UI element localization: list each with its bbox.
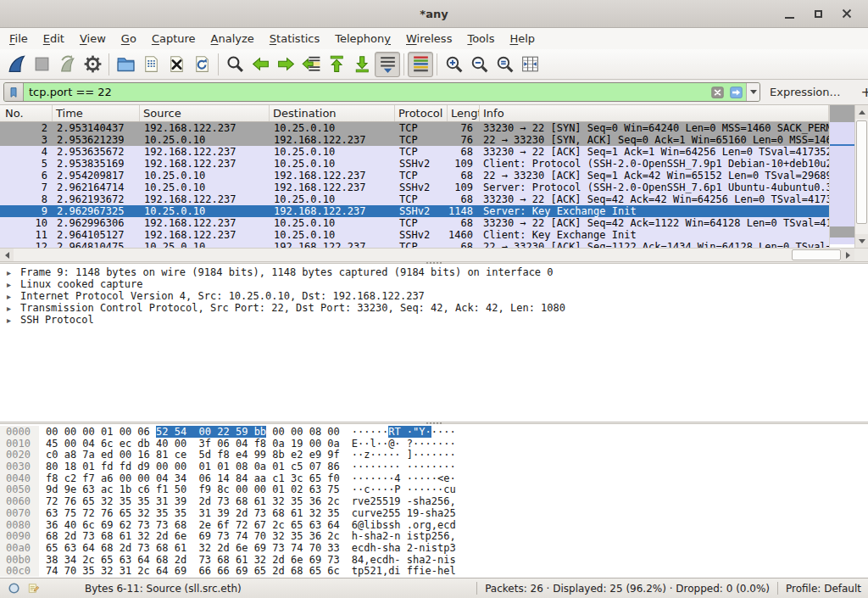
restart-capture-button[interactable] (54, 52, 80, 77)
colorize-button[interactable] (408, 52, 433, 77)
hex-row-0020[interactable]: 0020c0 a8 7a ed 00 16 81 ce 5d f8 e4 99 … (0, 449, 868, 461)
menu-help[interactable]: Help (502, 30, 542, 48)
scroll-up-button[interactable] (855, 105, 868, 119)
close-button[interactable] (832, 3, 861, 24)
expander-arrow-icon[interactable]: ▸ (7, 280, 20, 289)
auto-scroll-button[interactable] (375, 52, 400, 77)
open-file-button[interactable] (113, 52, 138, 77)
expander-arrow-icon[interactable]: ▸ (7, 316, 20, 325)
find-packet-button[interactable] (222, 52, 248, 77)
packet-row-4[interactable]: 42.953635672192.168.122.23710.25.0.10TCP… (0, 146, 829, 158)
packet-row-5[interactable]: 52.953835169192.168.122.23710.25.0.10SSH… (0, 158, 829, 170)
hex-row-00a0[interactable]: 00a065 63 64 68 2d 73 68 61 32 2d 6e 69 … (0, 542, 868, 554)
close-file-button[interactable] (164, 52, 189, 77)
menu-analyze[interactable]: Analyze (203, 30, 262, 48)
scroll-right-icon (846, 252, 850, 259)
menu-statistics[interactable]: Statistics (262, 30, 327, 48)
scroll-left-button[interactable] (0, 249, 14, 262)
hex-row-0000[interactable]: 000000 00 00 01 00 06 52 54 00 22 59 bb … (0, 426, 868, 438)
capture-options-button[interactable] (80, 52, 105, 77)
menu-go[interactable]: Go (114, 30, 144, 48)
vertical-scrollbar[interactable] (854, 105, 868, 248)
expander-arrow-icon[interactable]: ▸ (7, 304, 20, 313)
maximize-button[interactable] (804, 3, 832, 24)
column-header-length[interactable]: Length (448, 105, 480, 121)
menu-file[interactable]: File (2, 30, 36, 48)
packet-row-12[interactable]: 122.96481047510.25.0.10192.168.122.237TC… (0, 241, 829, 248)
column-header-source[interactable]: Source (140, 105, 270, 121)
packet-row-3[interactable]: 32.95362123910.25.0.10192.168.122.237TCP… (0, 134, 829, 146)
menu-edit[interactable]: Edit (36, 30, 72, 48)
menu-capture[interactable]: Capture (144, 30, 203, 48)
expression-button[interactable]: Expression… (770, 86, 841, 98)
hex-row-00c0[interactable]: 00c074 70 35 32 31 2c 64 69 66 66 69 65 … (0, 565, 868, 577)
packet-row-6[interactable]: 62.95420981710.25.0.10192.168.122.237TCP… (0, 170, 829, 182)
detail-line-2[interactable]: ▸Internet Protocol Version 4, Src: 10.25… (0, 290, 868, 302)
hex-row-0080[interactable]: 008036 40 6c 69 62 73 73 68 2e 6f 72 67 … (0, 519, 868, 531)
filter-history-dropdown[interactable] (746, 83, 760, 101)
hex-row-0060[interactable]: 006072 76 65 32 35 35 31 39 2d 73 68 61 … (0, 495, 868, 507)
go-first-packet-button[interactable] (324, 52, 349, 77)
zoom-out-button[interactable] (466, 52, 492, 77)
detail-line-3[interactable]: ▸Transmission Control Protocol, Src Port… (0, 302, 868, 314)
menu-view[interactable]: View (72, 30, 114, 48)
column-header-no[interactable]: No. (0, 105, 53, 121)
detail-line-4[interactable]: ▸SSH Protocol (0, 314, 868, 326)
hex-row-0010[interactable]: 001045 00 04 6c ec db 40 00 3f 06 04 f8 … (0, 438, 868, 450)
cell-protocol: TCP (395, 146, 448, 158)
zoom-in-button[interactable] (441, 52, 466, 77)
column-header-info[interactable]: Info (480, 105, 829, 121)
detail-line-0[interactable]: ▸Frame 9: 1148 bytes on wire (9184 bits)… (0, 266, 868, 278)
vertical-scrollbar-thumb[interactable] (856, 120, 867, 224)
save-file-button[interactable] (138, 52, 164, 77)
hex-row-0040[interactable]: 0040f8 c2 f7 a6 00 00 04 34 06 14 84 aa … (0, 472, 868, 484)
expander-arrow-icon[interactable]: ▸ (7, 292, 20, 301)
packet-row-11[interactable]: 112.964105127192.168.122.23710.25.0.10SS… (0, 229, 829, 241)
status-profile[interactable]: Profile: Default (786, 583, 861, 595)
cell-no: 4 (0, 146, 53, 158)
column-header-time[interactable]: Time (53, 105, 140, 121)
packet-row-10[interactable]: 102.962996306192.168.122.23710.25.0.10TC… (0, 217, 829, 229)
scroll-down-button[interactable] (855, 234, 868, 248)
filter-bookmark-button[interactable] (4, 83, 24, 101)
hex-row-0070[interactable]: 007063 75 72 76 65 32 35 35 31 39 2d 73 … (0, 507, 868, 519)
menu-tools[interactable]: Tools (459, 30, 502, 48)
zoom-original-button[interactable] (492, 52, 517, 77)
expert-info-button[interactable] (7, 581, 21, 595)
hex-row-0050[interactable]: 00509d 9e 63 ac 1b c6 f1 50 f9 8c 00 00 … (0, 483, 868, 495)
add-filter-button[interactable]: + (856, 84, 868, 100)
go-last-packet-button[interactable] (349, 52, 375, 77)
column-header-protocol[interactable]: Protocol (395, 105, 448, 121)
hex-row-0090[interactable]: 009068 2d 73 68 61 32 2d 6e 69 73 74 70 … (0, 530, 868, 542)
column-header-destination[interactable]: Destination (270, 105, 395, 121)
stop-capture-button[interactable] (29, 52, 54, 77)
start-capture-button[interactable] (3, 52, 29, 77)
go-forward-button[interactable] (273, 52, 298, 77)
resize-columns-button[interactable] (517, 52, 542, 77)
filter-apply-button[interactable] (727, 84, 744, 100)
vertical-scrollbar-track[interactable] (855, 119, 868, 234)
cell-source: 192.168.122.237 (140, 158, 270, 170)
reload-file-button[interactable] (189, 52, 214, 77)
hex-row-0030[interactable]: 003080 18 01 fd fd d9 00 00 01 01 08 0a … (0, 461, 868, 472)
packet-row-7[interactable]: 72.96216471410.25.0.10192.168.122.237SSH… (0, 182, 829, 193)
menu-telephony[interactable]: Telephony (327, 30, 398, 48)
horizontal-scrollbar-track[interactable] (14, 249, 841, 261)
filter-clear-button[interactable] (709, 84, 726, 100)
capture-comment-button[interactable] (26, 581, 41, 595)
minimize-button[interactable] (775, 3, 804, 24)
packet-row-8[interactable]: 82.962193672192.168.122.23710.25.0.10TCP… (0, 193, 829, 205)
scroll-right-button[interactable] (841, 249, 854, 262)
horizontal-scrollbar-thumb[interactable] (792, 249, 841, 260)
detail-line-1[interactable]: ▸Linux cooked capture (0, 278, 868, 290)
go-back-button[interactable] (248, 52, 273, 77)
display-filter-input[interactable] (24, 83, 709, 101)
expander-arrow-icon[interactable]: ▸ (7, 268, 20, 277)
horizontal-scrollbar[interactable] (0, 249, 854, 261)
go-to-packet-button[interactable] (298, 52, 324, 77)
intelligent-scrollbar[interactable] (829, 105, 854, 248)
menu-wireless[interactable]: Wireless (398, 30, 459, 48)
packet-row-2[interactable]: 22.953140437192.168.122.23710.25.0.10TCP… (0, 122, 829, 134)
hex-row-00b0[interactable]: 00b038 34 2c 65 63 64 68 2d 73 68 61 32 … (0, 554, 868, 566)
packet-row-9[interactable]: 92.96296732510.25.0.10192.168.122.237SSH… (0, 205, 829, 217)
